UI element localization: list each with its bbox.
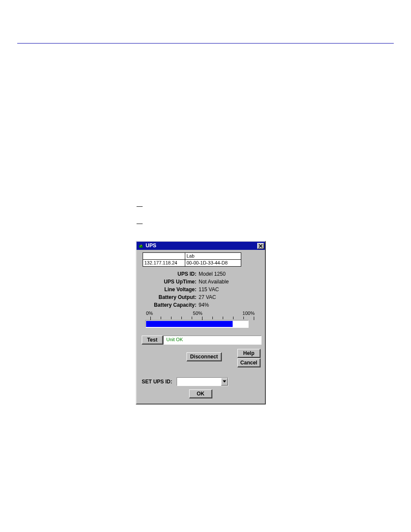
mac-address-cell: 00-00-1D-33-44-D8 xyxy=(185,260,241,267)
ok-button[interactable]: OK xyxy=(189,389,212,398)
close-button[interactable] xyxy=(257,243,264,249)
scale-high: 100% xyxy=(243,311,255,316)
battery-output-label: Battery Output: xyxy=(140,294,199,300)
help-button[interactable]: Help xyxy=(237,349,261,358)
uptime-label: UPS UpTime: xyxy=(140,279,199,285)
ups-id-label: UPS ID: xyxy=(140,271,199,277)
page-divider xyxy=(17,43,394,44)
test-status-field: Unit OK xyxy=(163,336,262,345)
window-title: UPS xyxy=(146,242,257,250)
disconnect-button[interactable]: Disconnect xyxy=(187,352,222,361)
kv-row: UPS ID: Model 1250 xyxy=(140,271,262,277)
titlebar: UPS xyxy=(137,242,265,250)
addr-r1c1 xyxy=(143,253,185,260)
addr-r1c2: Lab xyxy=(185,253,241,260)
line-voltage-label: Line Voltage: xyxy=(140,286,199,292)
ups-id-value: Model 1250 xyxy=(199,271,226,277)
scale-mid: 50% xyxy=(193,311,202,316)
battery-output-value: 27 VAC xyxy=(199,294,216,300)
decorative-dash xyxy=(137,206,143,207)
decorative-dash xyxy=(137,224,143,224)
progress-scale: 0% 50% 100% xyxy=(145,311,255,320)
kv-row: Battery Output: 27 VAC xyxy=(140,294,262,300)
app-icon xyxy=(137,243,144,249)
chevron-down-icon xyxy=(223,380,226,383)
cancel-button[interactable]: Cancel xyxy=(237,358,261,367)
kv-row: Line Voltage: 115 VAC xyxy=(140,286,262,292)
address-table: Lab 132.177.118.24 00-00-1D-33-44-D8 xyxy=(143,252,241,267)
combobox-dropdown-button[interactable] xyxy=(221,378,228,386)
kv-row: Battery Capacity: 94% xyxy=(140,302,262,308)
set-ups-id-combobox[interactable] xyxy=(177,377,228,386)
kv-row: UPS UpTime: Not Available xyxy=(140,279,262,285)
test-button[interactable]: Test xyxy=(142,336,163,345)
battery-progress-bar xyxy=(145,320,249,328)
battery-capacity-label: Battery Capacity: xyxy=(140,302,199,308)
line-voltage-value: 115 VAC xyxy=(199,286,219,292)
scale-low: 0% xyxy=(146,311,153,316)
battery-capacity-value: 94% xyxy=(199,302,209,308)
battery-progress-fill xyxy=(146,321,233,327)
uptime-value: Not Available xyxy=(199,279,229,285)
svg-marker-2 xyxy=(223,380,226,383)
ip-address-cell: 132.177.118.24 xyxy=(143,260,185,267)
ups-dialog: UPS Lab 132.177.118.24 00-00-1D-33-44-D8… xyxy=(136,241,266,404)
set-ups-id-field[interactable] xyxy=(177,378,221,386)
set-ups-id-label: SET UPS ID: xyxy=(142,379,172,385)
